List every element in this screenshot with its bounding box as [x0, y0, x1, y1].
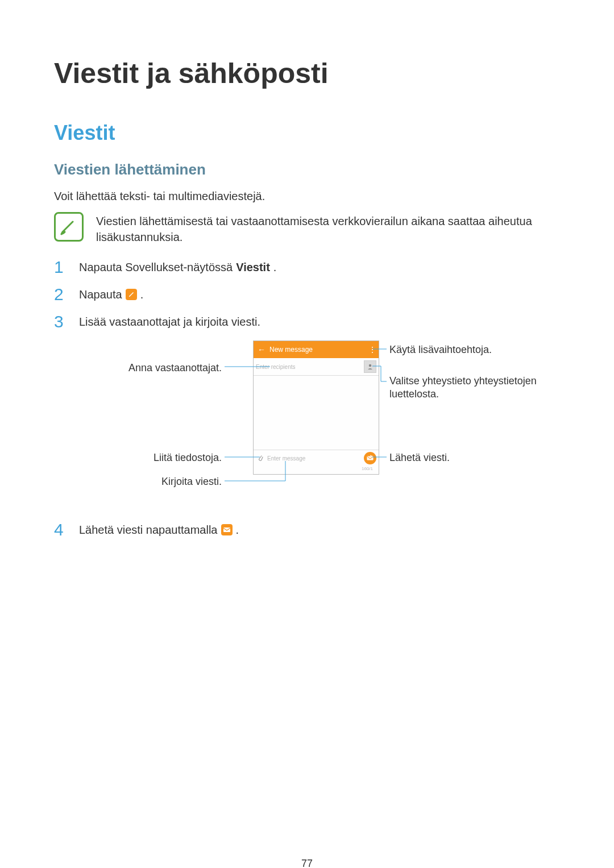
intro-paragraph: Voit lähettää teksti- tai multimediavies… [54, 189, 560, 204]
send-icon [221, 524, 233, 535]
step-number: 2 [54, 286, 65, 303]
page-title: Viestit ja sähköposti [54, 57, 560, 90]
callout-more: Käytä lisävaihtoehtoja. [389, 343, 549, 356]
step-number: 1 [54, 259, 65, 276]
step-3: 3 Lisää vastaanottajat ja kirjoita viest… [54, 313, 560, 330]
note-block: Viestien lähettämisestä tai vastaanottam… [54, 212, 560, 245]
figure: ← New message ⋮ Enter recipients Enter m… [54, 340, 560, 505]
phone-mockup: ← New message ⋮ Enter recipients Enter m… [253, 340, 379, 475]
recipients-placeholder: Enter recipients [256, 364, 295, 370]
step-text: Napauta Sovellukset-näytössä Viestit. [79, 260, 276, 275]
step-text: Lähetä viesti napauttamalla . [79, 522, 239, 538]
message-input[interactable]: Enter message [267, 455, 364, 462]
header-title: New message [269, 346, 366, 354]
subsection-title: Viestien lähettäminen [54, 161, 560, 178]
step-1: 1 Napauta Sovellukset-näytössä Viestit. [54, 259, 560, 276]
char-counter: 160/1 [254, 466, 379, 474]
step-number: 3 [54, 313, 65, 330]
step-text: Lisää vastaanottajat ja kirjoita viesti. [79, 314, 260, 330]
more-icon[interactable]: ⋮ [366, 345, 379, 354]
callout-attach: Liitä tiedostoja. [125, 451, 222, 464]
callout-recipients: Anna vastaanottajat. [105, 362, 222, 375]
svg-point-0 [369, 364, 371, 367]
message-input-row: Enter message [254, 450, 379, 466]
callout-write: Kirjoita viesti. [128, 475, 222, 488]
compose-icon [126, 289, 137, 300]
section-title: Viestit [54, 121, 560, 145]
recipients-field[interactable]: Enter recipients [254, 358, 379, 376]
step-2: 2 Napauta . [54, 286, 560, 303]
message-body-area [254, 376, 379, 450]
contacts-button[interactable] [364, 360, 376, 373]
back-icon[interactable]: ← [254, 345, 269, 354]
callout-contacts: Valitse yhteystieto yhteystietojen luett… [389, 375, 571, 401]
page-number: 77 [0, 858, 614, 868]
step-4: 4 Lähetä viesti napauttamalla . [54, 521, 560, 538]
note-text: Viestien lähettämisestä tai vastaanottam… [96, 212, 560, 245]
step-text: Napauta . [79, 287, 143, 302]
send-button[interactable] [364, 452, 376, 464]
note-icon [54, 212, 84, 242]
attach-button[interactable] [256, 454, 265, 462]
phone-header: ← New message ⋮ [254, 341, 379, 358]
step-number: 4 [54, 521, 65, 538]
callout-send: Lähetä viesti. [389, 451, 503, 464]
svg-rect-6 [223, 528, 230, 532]
